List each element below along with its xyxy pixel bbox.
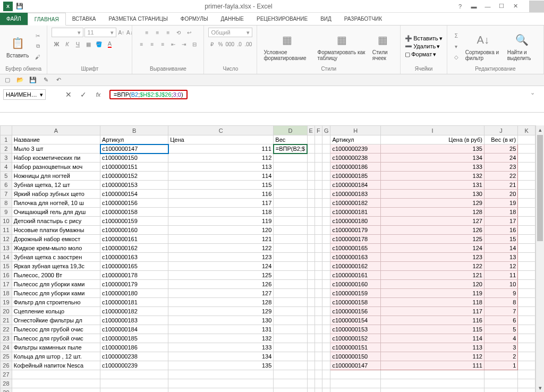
- name-box[interactable]: НАИМЕН…▾: [3, 89, 46, 100]
- cell-D7[interactable]: [274, 190, 307, 199]
- cell-G13[interactable]: [322, 244, 330, 253]
- align-middle-icon[interactable]: ≡: [152, 28, 162, 37]
- cell-B27[interactable]: [100, 370, 168, 379]
- cell-F16[interactable]: [314, 271, 322, 280]
- cell-A15[interactable]: Яркая зубная щетка 19,3с: [12, 262, 100, 271]
- cell-K20[interactable]: [518, 307, 536, 316]
- cell-G8[interactable]: [322, 199, 330, 208]
- format-as-table-button[interactable]: ▦Форматировать как таблицу: [316, 30, 368, 62]
- copy-icon[interactable]: ⧉: [33, 41, 42, 51]
- col-header-E[interactable]: E: [307, 126, 314, 135]
- tab-data[interactable]: ДАННЫЕ: [215, 13, 250, 25]
- row-header[interactable]: 12: [1, 235, 12, 244]
- format-painter-icon[interactable]: 🖌: [33, 52, 42, 62]
- cell-I12[interactable]: 125: [380, 235, 484, 244]
- cell-K6[interactable]: [518, 181, 536, 190]
- cell-G5[interactable]: [322, 172, 330, 181]
- cell-I3[interactable]: 134: [380, 154, 484, 163]
- cell-E3[interactable]: [307, 154, 314, 163]
- cell-C1[interactable]: Цена: [168, 135, 274, 144]
- minimize-icon[interactable]: —: [481, 2, 494, 11]
- cell-G9[interactable]: [322, 208, 330, 217]
- cell-C16[interactable]: 125: [168, 271, 274, 280]
- cell-I25[interactable]: 112: [380, 352, 484, 361]
- cell-C25[interactable]: 134: [168, 352, 274, 361]
- cell-K10[interactable]: [518, 217, 536, 226]
- cell-G6[interactable]: [322, 181, 330, 190]
- row-header[interactable]: 2: [1, 144, 12, 154]
- tab-view[interactable]: ВИД: [314, 13, 338, 25]
- cell-C21[interactable]: 130: [168, 316, 274, 325]
- cell-D17[interactable]: [274, 280, 307, 289]
- cell-H15[interactable]: c1000000162: [330, 262, 380, 271]
- cell-C23[interactable]: 132: [168, 334, 274, 343]
- tab-layout[interactable]: РАЗМЕТКА СТРАНИЦЫ: [103, 13, 174, 25]
- cell-B23[interactable]: c1000000185: [100, 334, 168, 343]
- cell-H25[interactable]: c1000000150: [330, 352, 380, 361]
- cell-D25[interactable]: [274, 352, 307, 361]
- cell-J21[interactable]: 6: [484, 316, 517, 325]
- cell-H28[interactable]: [330, 379, 380, 388]
- row-header[interactable]: 18: [1, 289, 12, 298]
- cell-A19[interactable]: Фильтр для строительно: [12, 298, 100, 307]
- cell-A8[interactable]: Пилочка для ногтей, 10 ш: [12, 199, 100, 208]
- merge-icon[interactable]: ⊟: [190, 39, 199, 49]
- row-header[interactable]: 3: [1, 154, 12, 163]
- cell-D11[interactable]: [274, 226, 307, 235]
- row-header[interactable]: 15: [1, 262, 12, 271]
- scroll-up-icon[interactable]: ▴: [536, 125, 544, 134]
- cell-C26[interactable]: 135: [168, 361, 274, 370]
- cell-J25[interactable]: 2: [484, 352, 517, 361]
- row-header[interactable]: 19: [1, 298, 12, 307]
- autosum-icon[interactable]: Σ: [452, 31, 461, 40]
- cell-B7[interactable]: c1000000154: [100, 190, 168, 199]
- cell-F8[interactable]: [314, 199, 322, 208]
- cell-C13[interactable]: 122: [168, 244, 274, 253]
- close-icon[interactable]: ✕: [509, 2, 522, 11]
- cell-K15[interactable]: [518, 262, 536, 271]
- cell-E24[interactable]: [307, 343, 314, 352]
- cell-I22[interactable]: 115: [380, 325, 484, 334]
- cell-B17[interactable]: c1000000179: [100, 280, 168, 289]
- cell-D22[interactable]: [274, 325, 307, 334]
- increase-font-icon[interactable]: A↑: [117, 28, 125, 37]
- cell-B19[interactable]: c1000000181: [100, 298, 168, 307]
- cell-D1[interactable]: Вес: [274, 135, 307, 144]
- cell-G4[interactable]: [322, 163, 330, 172]
- col-header-F[interactable]: F: [314, 126, 322, 135]
- user-avatar[interactable]: [529, 1, 544, 12]
- row-header[interactable]: 21: [1, 316, 12, 325]
- row-header[interactable]: 1: [1, 135, 12, 144]
- cell-K23[interactable]: [518, 334, 536, 343]
- cell-J26[interactable]: 1: [484, 361, 517, 370]
- cell-I13[interactable]: 124: [380, 244, 484, 253]
- cell-A20[interactable]: Сцепление кольцо: [12, 307, 100, 316]
- cell-H5[interactable]: c1000000185: [330, 172, 380, 181]
- cell-B10[interactable]: c1000000159: [100, 217, 168, 226]
- row-header[interactable]: 17: [1, 280, 12, 289]
- cell-G19[interactable]: [322, 298, 330, 307]
- cell-D16[interactable]: [274, 271, 307, 280]
- cell-H2[interactable]: c1000000239: [330, 144, 380, 154]
- cell-E4[interactable]: [307, 163, 314, 172]
- cell-F26[interactable]: [314, 361, 322, 370]
- col-header-D[interactable]: D: [274, 126, 307, 135]
- cell-B2[interactable]: c1000000147: [100, 144, 168, 154]
- cell-I2[interactable]: 135: [380, 144, 484, 154]
- cell-B15[interactable]: c1000000165: [100, 262, 168, 271]
- cell-B18[interactable]: c1000000180: [100, 289, 168, 298]
- cell-F9[interactable]: [314, 208, 322, 217]
- cell-C24[interactable]: 133: [168, 343, 274, 352]
- cell-K12[interactable]: [518, 235, 536, 244]
- cell-K17[interactable]: [518, 280, 536, 289]
- scrollbar-thumb[interactable]: [537, 135, 543, 241]
- cell-E12[interactable]: [307, 235, 314, 244]
- cell-G18[interactable]: [322, 289, 330, 298]
- cell-H16[interactable]: c1000000161: [330, 271, 380, 280]
- cell-C8[interactable]: 117: [168, 199, 274, 208]
- cell-B5[interactable]: c1000000152: [100, 172, 168, 181]
- font-size-select[interactable]: 11▾: [84, 28, 116, 37]
- tab-review[interactable]: РЕЦЕНЗИРОВАНИЕ: [250, 13, 314, 25]
- cell-B29[interactable]: [100, 388, 168, 393]
- cell-H1[interactable]: Артикул: [330, 135, 380, 144]
